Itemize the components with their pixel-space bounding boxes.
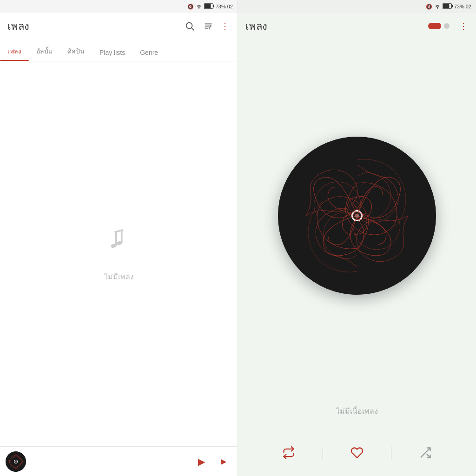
svg-point-20	[437, 8, 438, 9]
lyrics-area: ไม่มีเนื้อเพลง	[238, 392, 476, 430]
mini-play-button[interactable]: ▶	[193, 453, 210, 470]
left-header: เพลง ⋮	[0, 13, 238, 39]
shuffle-button[interactable]	[393, 439, 457, 467]
tab-artists[interactable]: ศิลปิน	[60, 46, 92, 61]
right-battery-percent: 73%	[454, 4, 464, 9]
left-battery-percent: 73%	[216, 4, 226, 9]
left-time: 02	[227, 4, 233, 9]
more-icon[interactable]: ⋮	[220, 20, 230, 32]
svg-line-5	[192, 28, 194, 30]
battery-status	[204, 3, 214, 10]
right-status-bar: 🔇 73% 02	[238, 0, 476, 13]
search-icon[interactable]	[183, 20, 196, 33]
player-controls	[238, 430, 476, 476]
right-battery-icon	[443, 3, 453, 10]
empty-state: ไม่มีเพลง	[0, 61, 238, 446]
indicator-dot	[444, 23, 450, 29]
right-mute-icon: 🔇	[426, 4, 432, 10]
right-status-icons: 🔇 73% 02	[426, 3, 471, 10]
mute-icon: 🔇	[187, 4, 194, 10]
svg-point-4	[186, 23, 192, 29]
left-panel: 🔇 73% 02 เพลง ⋮ เพลง อัลบั้ม ศิลปิน Play…	[0, 0, 238, 476]
right-more-icon[interactable]: ⋮	[459, 20, 469, 32]
svg-point-19	[15, 461, 17, 462]
wifi-icon	[195, 3, 203, 10]
vinyl-record[interactable]	[278, 137, 436, 295]
left-header-title: เพลง	[7, 18, 178, 34]
lyrics-text: ไม่มีเนื้อเพลง	[336, 405, 378, 417]
filter-icon[interactable]	[202, 20, 215, 33]
tab-playlists[interactable]: Play lists	[92, 49, 132, 61]
right-panel: 🔇 73% 02 เพลง ⋮	[238, 0, 476, 476]
tab-songs[interactable]: เพลง	[0, 46, 29, 61]
right-wifi-icon	[434, 3, 441, 10]
tab-genre[interactable]: Genre	[132, 49, 165, 61]
favorite-button[interactable]	[325, 439, 389, 467]
svg-rect-2	[213, 5, 214, 7]
mini-player: ▶ ▶	[0, 446, 238, 476]
vinyl-area	[238, 39, 476, 392]
svg-rect-23	[443, 4, 450, 8]
repeat-button[interactable]	[257, 439, 321, 467]
empty-text: ไม่มีเพลง	[104, 271, 134, 283]
svg-rect-22	[452, 5, 453, 7]
separator-1	[323, 446, 323, 460]
svg-point-0	[198, 8, 199, 9]
mini-next-button[interactable]: ▶	[215, 453, 232, 470]
right-header: เพลง ⋮	[238, 13, 476, 39]
tab-albums[interactable]: อัลบั้ม	[29, 46, 60, 61]
mini-album-art[interactable]	[6, 451, 26, 472]
right-time: 02	[466, 4, 471, 9]
left-status-icons: 🔇 73% 02	[187, 3, 233, 10]
svg-rect-12	[121, 230, 123, 243]
svg-rect-3	[205, 4, 211, 8]
music-note-icon	[102, 225, 136, 264]
indicator-pill	[428, 23, 441, 29]
right-header-title: เพลง	[245, 18, 423, 34]
separator-2	[391, 446, 391, 460]
tab-bar: เพลง อัลบั้ม ศิลปิน Play lists Genre	[0, 39, 238, 61]
left-status-bar: 🔇 73% 02	[0, 0, 238, 13]
playback-indicators	[428, 23, 450, 29]
